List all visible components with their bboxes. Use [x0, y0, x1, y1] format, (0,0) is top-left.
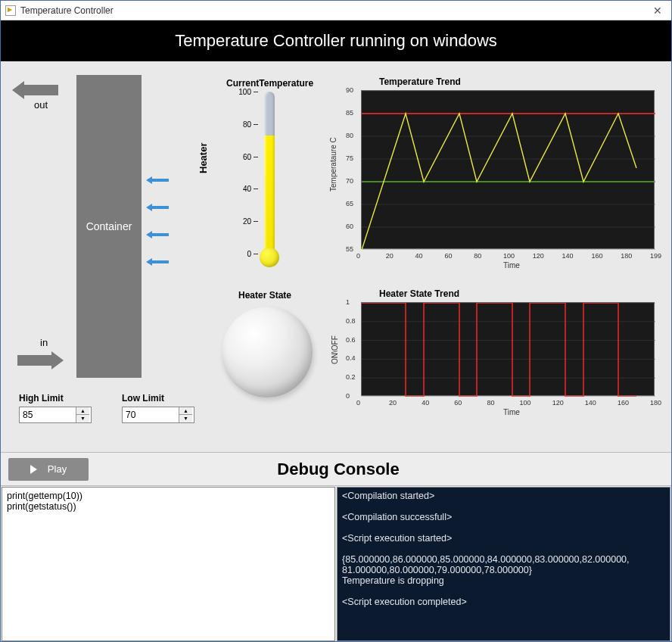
chart-ytick: 90: [346, 86, 356, 94]
play-icon: [30, 465, 37, 474]
chart-ytick: 70: [346, 177, 356, 185]
debug-console-title: Debug Console: [89, 460, 671, 479]
low-limit-spinner[interactable]: ▲ ▼: [122, 407, 194, 423]
temperature-trend-group: Temperature Trend Temperataure C Time: [329, 76, 659, 273]
chart-ytick: 0.4: [346, 354, 356, 362]
debug-panes: print(gettemp(10))print(getstatus()) <Co…: [1, 486, 671, 642]
header-banner: Temperature Controller running on window…: [1, 20, 671, 61]
low-limit-label: Low Limit: [122, 393, 194, 404]
spinner-up-icon[interactable]: ▲: [76, 407, 89, 415]
chart-xtick: 120: [533, 252, 544, 260]
main-panel: out in Container Heater High Limit ▲ ▼ L…: [1, 61, 671, 452]
thermometer-tick: 80: [243, 120, 258, 129]
chart-ytick: 0.8: [346, 317, 356, 325]
script-output-line: <Script execution started>: [342, 533, 665, 544]
chart-xtick: 120: [552, 399, 564, 407]
chart-xtick: 20: [386, 252, 394, 260]
chart-ytick: 1: [346, 298, 350, 306]
chart-ytick: 60: [346, 223, 356, 230]
chart-xtick: 180: [650, 399, 661, 407]
high-limit-input[interactable]: [20, 408, 76, 422]
heater-state-title: Heater State: [238, 290, 291, 301]
flow-in-arrow: [17, 351, 73, 369]
spinner-up-icon[interactable]: ▲: [179, 407, 192, 415]
heater-chart-xlabel: Time: [503, 408, 520, 416]
high-limit-label: High Limit: [19, 393, 92, 404]
chart-xtick: 100: [520, 399, 531, 407]
script-output-line: {85.000000,86.000000,85.000000,84.000000…: [342, 554, 665, 586]
container-block: Container: [76, 75, 142, 378]
high-limit-spinner[interactable]: ▲ ▼: [19, 407, 92, 423]
chart-xtick: 199: [650, 252, 661, 260]
thermometer: 100806040200: [228, 92, 311, 273]
thermometer-tick: 0: [247, 250, 258, 258]
chart-ytick: 0: [346, 392, 350, 400]
heater-chart-ylabel: ON\OFF: [331, 335, 339, 364]
heater-trend-group: Heater State Trend ON\OFF Time 10.80.60.…: [329, 288, 659, 425]
script-input-line: print(gettemp(10)): [7, 491, 330, 501]
chart-xtick: 80: [474, 252, 481, 260]
chart-xtick: 180: [621, 252, 632, 260]
container-label: Container: [86, 220, 132, 232]
chart-ytick: 85: [346, 109, 356, 117]
chart-xtick: 0: [356, 252, 360, 260]
play-button[interactable]: Play: [8, 458, 89, 481]
banner-text: Temperature Controller running on window…: [175, 31, 497, 51]
chart-xtick: 40: [422, 399, 429, 407]
chart-ytick: 65: [346, 200, 356, 207]
chart-ytick: 80: [346, 132, 356, 139]
heater-arrow-icon: [146, 204, 169, 211]
thermometer-tick: 100: [238, 88, 258, 96]
thermometer-bulb: [260, 248, 279, 267]
chart-xtick: 20: [389, 399, 397, 407]
heater-arrow-icon: [146, 176, 169, 184]
thermometer-title: CurrentTemperature: [226, 78, 313, 89]
chart-xtick: 80: [487, 399, 494, 407]
heater-label: Heater: [179, 164, 191, 195]
script-output-line: <Compilation successfull>: [342, 512, 665, 522]
chart-xtick: 0: [356, 399, 360, 407]
temp-chart-ylabel: Temperataure C: [329, 137, 338, 192]
heater-arrow-icon: [146, 258, 169, 266]
chart-ytick: 75: [346, 154, 356, 162]
heater-state-indicator: [222, 307, 313, 397]
heater-chart-title: Heater State Trend: [379, 288, 459, 299]
temp-chart-xlabel: Time: [503, 261, 520, 270]
thermometer-tube: [264, 92, 275, 254]
thermometer-tick: 60: [243, 153, 258, 161]
window-titlebar: Temperature Controller ✕: [1, 1, 671, 20]
chart-xtick: 160: [591, 252, 602, 260]
temp-chart-plot: [361, 90, 655, 249]
script-output-line: <Script execution completed>: [342, 597, 665, 607]
close-icon[interactable]: ✕: [649, 5, 667, 17]
script-output-pane[interactable]: <Compilation started><Compilation succes…: [337, 487, 670, 641]
flow-in-label: in: [40, 337, 48, 348]
low-limit-input[interactable]: [123, 408, 179, 422]
app-icon: [5, 5, 16, 16]
chart-ytick: 0.2: [346, 373, 356, 381]
chart-xtick: 40: [415, 252, 423, 260]
debug-toolbar: Play Debug Console: [1, 452, 671, 486]
chart-xtick: 160: [618, 399, 629, 407]
flow-out-arrow: [12, 81, 68, 99]
high-limit-group: High Limit ▲ ▼: [19, 393, 92, 423]
spinner-down-icon[interactable]: ▼: [76, 415, 89, 422]
chart-xtick: 140: [585, 399, 596, 407]
chart-xtick: 60: [454, 399, 462, 407]
thermometer-tick: 20: [243, 217, 258, 226]
spinner-down-icon[interactable]: ▼: [179, 415, 192, 422]
window-title: Temperature Controller: [20, 5, 114, 16]
chart-xtick: 60: [444, 252, 452, 260]
chart-ytick: 0.6: [346, 336, 356, 344]
script-input-pane[interactable]: print(gettemp(10))print(getstatus()): [2, 487, 335, 641]
heater-arrow-icon: [146, 231, 169, 238]
flow-out-label: out: [34, 99, 48, 111]
script-output-line: <Compilation started>: [342, 491, 665, 501]
chart-xtick: 140: [562, 252, 574, 260]
low-limit-group: Low Limit ▲ ▼: [122, 393, 194, 423]
temp-chart-title: Temperature Trend: [379, 76, 461, 87]
thermometer-tick: 40: [243, 185, 258, 193]
chart-xtick: 100: [503, 252, 515, 260]
heater-chart-plot: [361, 302, 655, 396]
script-input-line: print(getstatus()): [7, 501, 330, 512]
